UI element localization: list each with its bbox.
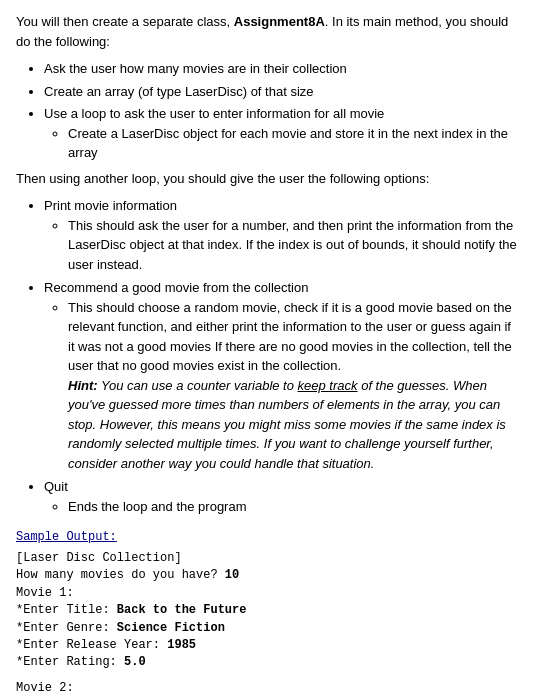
code-text-line: *Enter Rating: 5.0 — [16, 654, 517, 671]
code-text-line: *Enter Title: Back to the Future — [16, 602, 517, 619]
second-bullet-list: Print movie information This should ask … — [44, 196, 517, 516]
code-text-line: Movie 1: — [16, 585, 517, 602]
code-suffix: 5.0 — [124, 655, 146, 669]
sub-item-print-detail: This should ask the user for a number, a… — [68, 216, 517, 275]
code-suffix: Science Fiction — [117, 621, 225, 635]
sub-item-quit-detail: Ends the loop and the program — [68, 497, 517, 517]
intro-paragraph: You will then create a separate class, A… — [16, 12, 517, 51]
hint-text: You can use a counter variable to — [98, 378, 298, 393]
list-item-print: Print movie information This should ask … — [44, 196, 517, 274]
code-lines-container: [Laser Disc Collection]How many movies d… — [16, 550, 517, 695]
code-text-line: *Enter Genre: Science Fiction — [16, 620, 517, 637]
code-suffix: 1985 — [167, 638, 196, 652]
sub-item-laserdisc: Create a LaserDisc object for each movie… — [68, 124, 517, 163]
code-text-line: Movie 2: — [16, 680, 517, 695]
sub-list-1: Create a LaserDisc object for each movie… — [68, 124, 517, 163]
sub-item-recommend-detail: This should choose a random movie, check… — [68, 298, 517, 474]
list-item-quit: Quit Ends the loop and the program — [44, 477, 517, 516]
intro-text1: You will then create a separate class, — [16, 14, 234, 29]
list-item-recommend: Recommend a good movie from the collecti… — [44, 278, 517, 473]
list-item-array: Create an array (of type LaserDisc) of t… — [44, 82, 517, 102]
list-item-movies-count: Ask the user how many movies are in thei… — [44, 59, 517, 79]
sub-list-quit: Ends the loop and the program — [68, 497, 517, 517]
sample-output-section: Sample Output: [Laser Disc Collection]Ho… — [16, 528, 517, 695]
code-blank-line — [16, 672, 517, 680]
list-item-loop: Use a loop to ask the user to enter info… — [44, 104, 517, 163]
hint-bold: keep track — [298, 378, 358, 393]
sample-output-label: Sample Output: — [16, 528, 517, 546]
code-text-line: *Enter Release Year: 1985 — [16, 637, 517, 654]
sub-list-print: This should ask the user for a number, a… — [68, 216, 517, 275]
sub-list-recommend: This should choose a random movie, check… — [68, 298, 517, 474]
loop-intro: Then using another loop, you should give… — [16, 169, 517, 189]
hint-label: Hint: — [68, 378, 98, 393]
code-suffix: 10 — [225, 568, 239, 582]
code-text-line: How many movies do you have? 10 — [16, 567, 517, 584]
first-bullet-list: Ask the user how many movies are in thei… — [44, 59, 517, 163]
code-text-line: [Laser Disc Collection] — [16, 550, 517, 567]
code-suffix: Back to the Future — [117, 603, 247, 617]
class-name: Assignment8A — [234, 14, 325, 29]
